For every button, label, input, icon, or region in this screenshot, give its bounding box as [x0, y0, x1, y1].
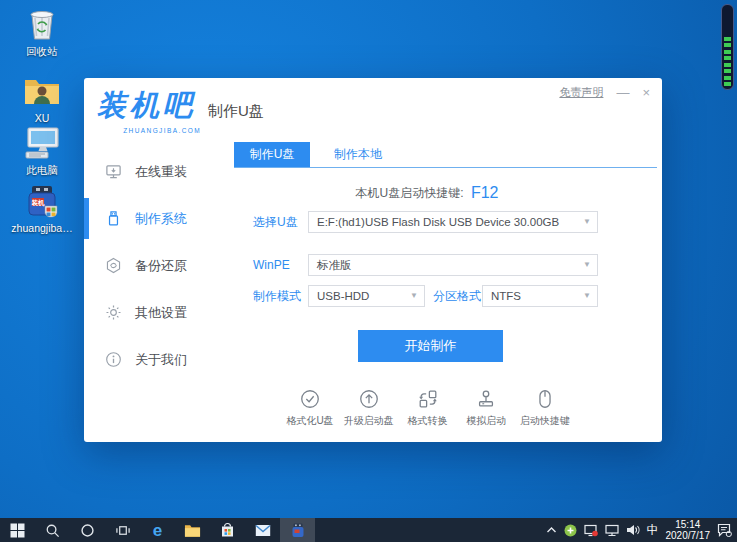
search-icon [45, 523, 60, 538]
sidebar-item-label: 在线重装 [135, 163, 187, 181]
sidebar: 在线重装 制作系统 备份还原 [84, 148, 234, 383]
tray-volume-icon[interactable] [626, 524, 640, 536]
sidebar-item-about-us[interactable]: 关于我们 [84, 336, 234, 383]
window-controls: 免责声明 — × [559, 85, 650, 100]
edge-icon: e [153, 522, 162, 539]
cortana-button[interactable] [70, 518, 105, 542]
tray-security-icon[interactable] [564, 524, 577, 537]
make-mode-label: 制作模式 [253, 285, 301, 307]
folder-icon [184, 523, 201, 538]
settings-gear-icon [105, 304, 122, 321]
taskbar-clock[interactable]: 15:14 2020/7/17 [666, 519, 711, 541]
winpe-label: WinPE [253, 254, 290, 276]
task-view-icon [115, 523, 131, 538]
chevron-down-icon: ▼ [583, 212, 591, 232]
boot-hotkey-label: 本机U盘启动快捷键: [356, 186, 464, 200]
tab-make-usb[interactable]: 制作U盘 [234, 142, 310, 167]
system-tray: 中 15:14 2020/7/17 [546, 518, 737, 542]
zhuangjiba-app-icon: 装机 [22, 182, 62, 220]
info-icon [105, 351, 122, 368]
this-pc-icon [22, 124, 62, 162]
tool-format-usb[interactable]: 格式化U盘 [282, 388, 338, 428]
start-make-button[interactable]: 开始制作 [358, 330, 503, 362]
boot-hotkey-line: 本机U盘启动快捷键: F12 [234, 184, 620, 202]
clock-time: 15:14 [666, 519, 711, 530]
task-view-button[interactable] [105, 518, 140, 542]
active-indicator [84, 198, 89, 239]
desktop-icon-label: zhuangjiba… [11, 222, 72, 234]
partition-format-dropdown[interactable]: NTFS ▼ [482, 285, 598, 307]
taskbar: e [0, 518, 737, 542]
boot-hotkey-mouse-icon [534, 388, 556, 410]
level-meter-bars [724, 34, 731, 86]
sidebar-item-label: 关于我们 [135, 351, 187, 369]
mail-envelope-icon [255, 524, 271, 537]
app-logo-title: 装机吧 [97, 86, 201, 126]
tab-bar: 制作U盘 制作本地 [234, 142, 657, 168]
desktop-icon-this-pc[interactable]: 此电脑 [13, 124, 71, 178]
user-folder-icon [22, 72, 62, 110]
tool-upgrade-boot-disk[interactable]: 升级启动盘 [341, 388, 397, 428]
ime-indicator[interactable]: 中 [647, 522, 659, 539]
desktop-icon-label: 此电脑 [26, 164, 58, 178]
tab-make-local[interactable]: 制作本地 [320, 142, 396, 167]
desktop: 回收站 XU 此电脑 [0, 0, 737, 542]
winpe-value: 标准版 [317, 259, 352, 271]
partition-format-label: 分区格式 [433, 285, 481, 307]
sidebar-item-backup-restore[interactable]: 备份还原 [84, 242, 234, 289]
backup-restore-icon [105, 257, 122, 274]
level-meter [721, 4, 734, 90]
format-convert-icon [417, 388, 439, 410]
tray-chevron-up-icon[interactable] [546, 526, 557, 534]
app-logo: 装机吧 ZHUANGJIBA.COM [97, 86, 201, 134]
action-center-icon[interactable] [717, 523, 732, 537]
tray-network-icon[interactable] [605, 524, 619, 537]
sidebar-item-make-system[interactable]: 制作系统 [84, 195, 234, 242]
clock-date: 2020/7/17 [666, 530, 711, 541]
app-logo-subtitle: ZHUANGJIBA.COM [97, 127, 201, 134]
tool-format-convert[interactable]: 格式转换 [400, 388, 456, 428]
sidebar-item-label: 制作系统 [135, 210, 187, 228]
boot-hotkey-value: F12 [471, 184, 499, 201]
windows-logo-icon [10, 523, 25, 538]
app-window: 免责声明 — × 装机吧 ZHUANGJIBA.COM 制作U盘 在线重装 [84, 78, 662, 442]
mail-button[interactable] [245, 518, 280, 542]
sidebar-item-label: 其他设置 [135, 304, 187, 322]
edge-browser-button[interactable]: e [140, 518, 175, 542]
cortana-circle-icon [80, 523, 95, 538]
simulate-boot-icon [475, 388, 497, 410]
sidebar-item-other-settings[interactable]: 其他设置 [84, 289, 234, 336]
taskbar-left: e [0, 518, 315, 542]
page-title: 制作U盘 [208, 102, 264, 121]
desktop-icon-label: 回收站 [26, 45, 58, 59]
usb-select-dropdown[interactable]: E:F:(hd1)USB Flash Disk USB Device 30.00… [308, 211, 598, 233]
online-reinstall-icon [105, 163, 122, 180]
winpe-dropdown[interactable]: 标准版 ▼ [308, 254, 598, 276]
tray-screen-notification-icon[interactable] [584, 524, 598, 537]
chevron-down-icon: ▼ [583, 286, 591, 306]
taskbar-zhuangjiba-app[interactable] [280, 518, 315, 542]
tool-boot-hotkey[interactable]: 启动快捷键 [517, 388, 573, 428]
start-button[interactable] [0, 518, 35, 542]
desktop-icon-recycle-bin[interactable]: 回收站 [13, 5, 71, 59]
recycle-bin-icon [22, 5, 62, 43]
microsoft-store-button[interactable] [210, 518, 245, 542]
make-mode-value: USB-HDD [317, 290, 369, 302]
usb-select-label: 选择U盘 [253, 211, 298, 233]
svg-text:装机: 装机 [31, 199, 46, 207]
disclaimer-link[interactable]: 免责声明 [559, 85, 603, 100]
desktop-icon-user-folder[interactable]: XU [13, 72, 71, 124]
close-button[interactable]: × [642, 86, 650, 99]
minimize-button[interactable]: — [616, 86, 629, 99]
sidebar-item-online-reinstall[interactable]: 在线重装 [84, 148, 234, 195]
zhuangjiba-taskbar-icon [291, 523, 305, 538]
tool-simulate-boot[interactable]: 模拟启动 [458, 388, 514, 428]
tools-row: 格式化U盘 升级启动盘 格式转换 [282, 388, 573, 428]
make-mode-dropdown[interactable]: USB-HDD ▼ [308, 285, 425, 307]
chevron-down-icon: ▼ [410, 286, 418, 306]
store-bag-icon [220, 522, 235, 538]
chevron-down-icon: ▼ [583, 255, 591, 275]
taskbar-search-button[interactable] [35, 518, 70, 542]
file-explorer-button[interactable] [175, 518, 210, 542]
desktop-icon-zhuangjiba-app[interactable]: 装机 zhuangjiba… [13, 182, 71, 234]
